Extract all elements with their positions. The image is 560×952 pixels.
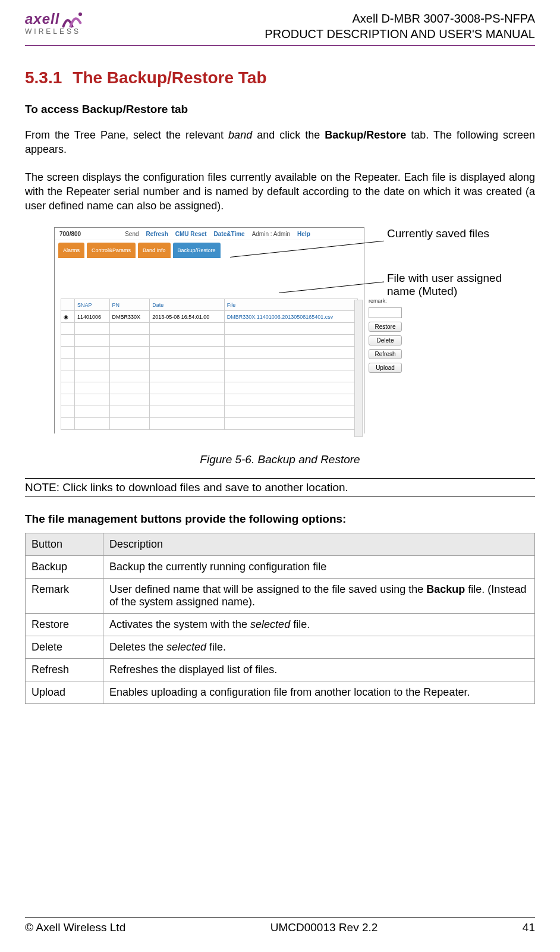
opt-btn: Refresh xyxy=(26,659,103,681)
access-subheading: To access Backup/Restore tab xyxy=(25,103,535,116)
row-file: DMBR330X.11401006.20130508165401.csv xyxy=(227,314,334,320)
figure-wrap: 700/800 Send Refresh CMU Reset Date&Time… xyxy=(54,227,506,447)
row-pn: DMBR330X xyxy=(109,311,150,323)
table-row: Refresh Refreshes the displayed list of … xyxy=(26,659,535,681)
row-snap: 11401006 xyxy=(75,311,110,323)
shot-file-table: SNAP PN Date File ◉ 11401006 DMBR330X 20… xyxy=(61,299,358,430)
paragraph-1: From the Tree Pane, select the relevant … xyxy=(25,128,535,157)
shot-tab-backup: Backup/Restore xyxy=(173,243,221,258)
shot-band: 700/800 xyxy=(59,231,81,237)
table-row: Upload Enables uploading a configuration… xyxy=(26,681,535,704)
header-title-line2: PRODUCT DESCRIPTION AND USER'S MANUAL xyxy=(265,26,535,42)
opt-desc: Activates the system with the selected f… xyxy=(103,614,535,636)
table-row: Delete Deletes the selected file. xyxy=(26,636,535,659)
table-row: Remark User defined name that will be as… xyxy=(26,579,535,614)
opt-desc: Enables uploading a configuration file f… xyxy=(103,681,535,704)
annotation-user-name: File with user assigned name (Muted) xyxy=(387,272,506,298)
figure-caption: Figure 5-6. Backup and Restore xyxy=(25,453,535,466)
shot-btn-restore: Restore xyxy=(369,322,402,332)
shot-admin: Admin : Admin xyxy=(252,231,290,237)
shot-btn-refresh: Refresh xyxy=(369,349,402,359)
opt-btn: Upload xyxy=(26,681,103,704)
options-table: Button Description Backup Backup the cur… xyxy=(25,533,535,704)
shot-btn-delete: Delete xyxy=(369,335,402,345)
row-date: 2013-05-08 16:54:01.00 xyxy=(150,311,225,323)
table-row: Backup Backup the currently running conf… xyxy=(26,556,535,579)
col-file: File xyxy=(224,299,357,311)
company-logo: axell WIRELESS xyxy=(25,11,96,36)
footer-center: UMCD00013 Rev 2.2 xyxy=(270,921,378,934)
shot-cmu: CMU Reset xyxy=(175,231,207,237)
opt-btn: Restore xyxy=(26,614,103,636)
header-divider xyxy=(25,45,535,46)
opt-desc: User defined name that will be assigned … xyxy=(103,579,535,614)
section-heading: 5.3.1The Backup/Restore Tab xyxy=(25,68,535,87)
logo-mark-icon xyxy=(62,11,82,29)
footer-right: 41 xyxy=(523,921,535,934)
opt-desc: Deletes the selected file. xyxy=(103,636,535,659)
screenshot: 700/800 Send Refresh CMU Reset Date&Time… xyxy=(54,227,364,433)
options-head-button: Button xyxy=(26,533,103,556)
table-row: Restore Activates the system with the se… xyxy=(26,614,535,636)
shot-help: Help xyxy=(297,231,310,237)
shot-dt: Date&Time xyxy=(214,231,245,237)
shot-refresh: Refresh xyxy=(146,231,168,237)
shot-send: Send xyxy=(125,231,139,237)
shot-scrollbar xyxy=(354,300,363,437)
shot-tab-alarms: Alarms xyxy=(58,243,84,258)
options-head-desc: Description xyxy=(103,533,535,556)
paragraph-2: The screen displays the configuration fi… xyxy=(25,170,535,213)
options-heading: The file management buttons provide the … xyxy=(25,513,535,526)
header-title-line1: Axell D-MBR 3007-3008-PS-NFPA xyxy=(265,11,535,26)
logo-brand-text: axell xyxy=(25,11,59,27)
page-footer: © Axell Wireless Ltd UMCD00013 Rev 2.2 4… xyxy=(25,917,535,934)
footer-left: © Axell Wireless Ltd xyxy=(25,921,125,934)
section-number: 5.3.1 xyxy=(25,68,62,87)
note-box: NOTE: Click links to download files and … xyxy=(25,478,535,497)
logo-sub-text: WIRELESS xyxy=(25,27,96,36)
shot-remark-label: remark: xyxy=(369,298,402,304)
shot-remark-input xyxy=(369,307,402,318)
col-pn: PN xyxy=(109,299,150,311)
opt-btn: Remark xyxy=(26,579,103,614)
opt-desc: Backup the currently running configurati… xyxy=(103,556,535,579)
col-snap: SNAP xyxy=(75,299,110,311)
shot-btn-upload: Upload xyxy=(369,363,402,373)
annotation-saved-files: Currently saved files xyxy=(387,227,489,240)
svg-point-0 xyxy=(78,12,82,16)
opt-desc: Refreshes the displayed list of files. xyxy=(103,659,535,681)
shot-tab-control: Control&Params xyxy=(87,243,136,258)
opt-btn: Backup xyxy=(26,556,103,579)
header-titles: Axell D-MBR 3007-3008-PS-NFPA PRODUCT DE… xyxy=(265,11,535,42)
shot-tab-bandinfo: Band Info xyxy=(138,243,171,258)
col-date: Date xyxy=(150,299,225,311)
opt-btn: Delete xyxy=(26,636,103,659)
section-title: The Backup/Restore Tab xyxy=(73,68,266,87)
